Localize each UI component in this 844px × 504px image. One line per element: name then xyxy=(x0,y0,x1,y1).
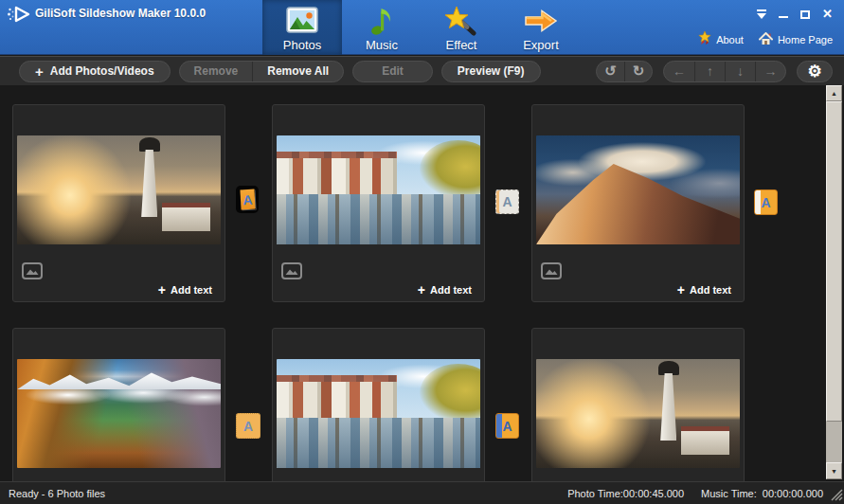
vertical-scrollbar[interactable]: ▲ ▼ xyxy=(826,85,842,479)
tab-effect-label: Effect xyxy=(445,38,476,52)
move-arrows-group: ← ↑ ↓ → xyxy=(663,61,786,82)
photo-thumbnail xyxy=(17,359,221,468)
photo-thumbnail xyxy=(536,359,740,468)
move-right-icon[interactable]: → xyxy=(755,62,785,81)
tab-music[interactable]: Music xyxy=(342,0,422,55)
scrollbar-thumb[interactable] xyxy=(826,101,842,422)
tab-music-label: Music xyxy=(366,38,398,52)
transition-icon[interactable]: A xyxy=(495,189,519,214)
add-photos-videos-button[interactable]: + Add Photos/Videos xyxy=(19,61,171,82)
photo-thumbnail xyxy=(277,359,480,468)
photo-thumbnail xyxy=(277,135,480,244)
music-note-icon xyxy=(368,4,395,38)
transition-icon[interactable]: A xyxy=(495,413,519,439)
preview-button[interactable]: Preview (F9) xyxy=(441,61,541,82)
home-icon xyxy=(759,32,773,47)
slide-card[interactable] xyxy=(272,328,485,481)
move-up-icon[interactable]: ↑ xyxy=(694,62,725,81)
gilisoft-logo-icon xyxy=(7,5,31,27)
plus-icon: + xyxy=(158,283,166,297)
status-bar: Ready - 6 Photo files Photo Time: 00:00:… xyxy=(0,481,844,504)
close-icon[interactable]: ✕ xyxy=(822,9,833,20)
status-text: Ready - 6 Photo files xyxy=(9,488,105,499)
photo-thumbnail xyxy=(17,135,221,244)
music-time-label: Music Time: xyxy=(701,488,757,499)
resize-grip[interactable] xyxy=(831,489,843,503)
tab-photos[interactable]: Photos xyxy=(262,0,342,55)
maximize-icon[interactable] xyxy=(800,9,810,20)
undo-redo-group: ↺ ↻ xyxy=(596,61,653,82)
window-title: GiliSoft Sildeshow Maker 10.0.0 xyxy=(35,7,206,20)
slide-card[interactable]: + Add text xyxy=(12,104,225,302)
transition-icon[interactable]: A xyxy=(236,413,260,439)
add-text-button[interactable]: + Add text xyxy=(677,283,731,297)
slide-card[interactable] xyxy=(12,328,225,481)
photos-icon xyxy=(286,4,318,38)
transition-icon[interactable]: A xyxy=(236,186,259,213)
move-left-icon[interactable]: ← xyxy=(664,62,694,81)
home-page-label: Home Page xyxy=(778,34,833,45)
add-text-button[interactable]: + Add text xyxy=(418,283,472,297)
scroll-up-icon[interactable]: ▲ xyxy=(826,85,842,101)
title-bar: GiliSoft Sildeshow Maker 10.0.0 ✕ xyxy=(0,0,844,55)
remove-button[interactable]: Remove xyxy=(180,62,253,81)
toolbar-right-group: ↺ ↻ ← ↑ ↓ → ⚙ xyxy=(596,61,833,82)
medal-icon xyxy=(698,31,711,47)
window-menu-icon[interactable] xyxy=(757,9,766,20)
main-nav-tabs: Photos Music xyxy=(262,0,581,55)
plus-icon: + xyxy=(418,283,425,297)
header-links: About Home Page xyxy=(698,31,833,47)
export-arrow-icon xyxy=(523,4,559,38)
photo-time-label: Photo Time: xyxy=(567,488,623,499)
plus-icon: + xyxy=(35,64,44,79)
tab-export-label: Export xyxy=(523,38,559,52)
photo-thumbnail xyxy=(536,135,740,244)
settings-button[interactable]: ⚙ xyxy=(797,61,833,82)
minimize-icon[interactable] xyxy=(779,9,788,20)
about-link[interactable]: About xyxy=(698,31,744,47)
app-window: GiliSoft Sildeshow Maker 10.0.0 ✕ xyxy=(0,0,844,504)
add-text-button[interactable]: + Add text xyxy=(158,283,212,297)
remove-button-group: Remove Remove All xyxy=(179,61,345,82)
music-time-value: 00:00:00.000 xyxy=(763,488,823,499)
slide-card[interactable] xyxy=(531,328,745,481)
undo-icon[interactable]: ↺ xyxy=(597,62,624,81)
window-controls: ✕ xyxy=(757,9,833,20)
picture-icon xyxy=(22,262,43,283)
time-info: Photo Time: 00:00:45.000 Music Time: 00:… xyxy=(567,488,831,499)
tab-photos-label: Photos xyxy=(283,38,321,52)
about-label: About xyxy=(716,34,744,45)
remove-all-button[interactable]: Remove All xyxy=(252,62,343,81)
move-down-icon[interactable]: ↓ xyxy=(725,62,755,81)
magic-wand-star-icon xyxy=(444,4,478,38)
photo-time-value: 00:00:45.000 xyxy=(623,488,684,499)
slide-card[interactable]: + Add text xyxy=(531,104,745,302)
tab-effect[interactable]: Effect xyxy=(422,0,501,55)
scroll-down-icon[interactable]: ▼ xyxy=(826,462,842,479)
home-page-link[interactable]: Home Page xyxy=(759,32,833,47)
slide-grid: + Add text + Add text xyxy=(0,85,844,481)
gear-icon: ⚙ xyxy=(807,62,821,81)
edit-button[interactable]: Edit xyxy=(352,61,433,82)
plus-icon: + xyxy=(677,283,685,297)
slide-card[interactable]: + Add text xyxy=(272,104,485,302)
tab-export[interactable]: Export xyxy=(501,0,581,55)
toolbar-left-group: + Add Photos/Videos Remove Remove All Ed… xyxy=(19,61,541,82)
picture-icon xyxy=(281,262,302,283)
redo-icon[interactable]: ↻ xyxy=(624,62,652,81)
transition-icon[interactable]: A xyxy=(754,189,778,215)
picture-icon xyxy=(541,262,562,283)
toolbar: + Add Photos/Videos Remove Remove All Ed… xyxy=(0,56,844,85)
